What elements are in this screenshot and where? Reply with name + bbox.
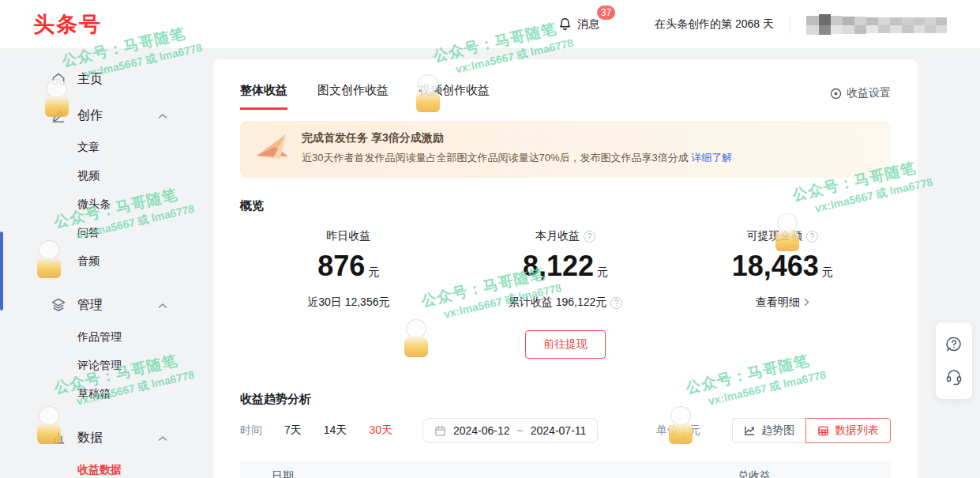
income-tabs: 整体收益 图文创作收益 视频创作收益 收益设置: [240, 83, 891, 110]
chevron-up-icon[interactable]: [158, 298, 167, 312]
line-chart-icon: [744, 425, 756, 437]
sidebar-works-label: 作品管理: [77, 330, 122, 344]
origami-icon: [254, 132, 291, 168]
tab-overall-income[interactable]: 整体收益: [240, 83, 287, 110]
sidebar-item-article[interactable]: 文章: [0, 134, 213, 162]
header-right: 消息 37 在头条创作的第 2068 天: [558, 13, 947, 36]
banner-description: 近30天作者首发作品阅读量占全部图文作品阅读量达70%后，发布图文作品享3倍分成…: [302, 151, 875, 165]
sidebar-video-label: 视频: [77, 169, 100, 183]
top-header: 头条号 消息 37 在头条创作的第 2068 天: [0, 0, 980, 49]
stat-withdrawable: 可提现金额 ? 18,463元 查看明细: [674, 229, 891, 310]
stat-month-unit: 元: [597, 265, 608, 278]
chevron-up-icon[interactable]: [158, 108, 167, 122]
sidebar-item-qa[interactable]: 问答: [0, 219, 213, 247]
sidebar-data-label: 数据: [77, 430, 103, 446]
data-list-label: 数据列表: [835, 423, 879, 438]
help-panel: [936, 322, 972, 399]
chevron-right-icon: [804, 296, 809, 309]
messages-label: 消息: [577, 17, 599, 32]
stat-withdrawable-label: 可提现金额: [747, 229, 802, 243]
income-settings-label: 收益设置: [847, 86, 891, 100]
sidebar-item-data[interactable]: 数据: [0, 420, 213, 456]
data-list-button[interactable]: 数据列表: [805, 418, 891, 443]
stat-yesterday-value: 876: [317, 250, 365, 282]
view-toggle: 趋势图 数据列表: [732, 418, 891, 443]
stat-month-value: 8,122: [523, 250, 594, 282]
customer-service-headset-icon[interactable]: [944, 367, 963, 386]
sidebar-item-audio[interactable]: 音频: [0, 247, 213, 276]
sidebar-qa-label: 问答: [77, 226, 100, 240]
overview-stats: 昨日收益 876元 近30日 12,356元 本月收益 ? 8,122元 累计收…: [240, 229, 891, 310]
help-circle-icon[interactable]: ?: [584, 231, 595, 243]
layers-icon: [51, 297, 66, 313]
bar-chart-icon: [51, 430, 66, 446]
stat-month-income: 本月收益 ? 8,122元 累计收益 196,122元 ?: [457, 229, 674, 310]
banner-desc-text: 近30天作者首发作品阅读量占全部图文作品阅读量达70%后，发布图文作品享3倍分成: [302, 152, 689, 164]
home-icon: [51, 71, 66, 87]
first-publish-banner: 完成首发任务 享3倍分成激励 近30天作者首发作品阅读量占全部图文作品阅读量达7…: [240, 121, 891, 178]
date-separator: ~: [517, 424, 524, 437]
pencil-icon: [51, 107, 66, 123]
income-settings-button[interactable]: 收益设置: [830, 86, 891, 110]
creation-days-text: 在头条创作的第 2068 天: [655, 17, 774, 32]
sidebar-item-weitoutiao[interactable]: 微头条: [0, 190, 213, 219]
range-30days[interactable]: 30天: [369, 423, 392, 438]
banner-title: 完成首发任务 享3倍分成激励: [302, 131, 875, 145]
view-detail-link[interactable]: 查看明细: [674, 295, 891, 310]
sidebar-article-label: 文章: [77, 141, 100, 155]
sidebar-comments-label: 评论管理: [77, 359, 122, 373]
range-14days[interactable]: 14天: [324, 423, 347, 438]
page-root: 头条号 消息 37 在头条创作的第 2068 天: [0, 0, 980, 478]
unit-label: 单位：元: [656, 423, 700, 438]
app-logo[interactable]: 头条号: [33, 10, 102, 39]
sidebar-income-data-label: 收益数据: [77, 463, 122, 477]
stat-withdrawable-value: 18,463: [732, 250, 819, 282]
messages-button[interactable]: 消息 37: [558, 17, 599, 32]
chevron-up-icon[interactable]: [158, 431, 167, 445]
date-end: 2024-07-11: [531, 424, 587, 437]
sidebar: 主页 创作 文章 视频 微头条 问答 音频 管理: [0, 50, 213, 478]
date-range-picker[interactable]: 2024-06-12 ~ 2024-07-11: [422, 418, 598, 443]
sidebar-item-drafts[interactable]: 草稿箱: [0, 380, 213, 408]
sidebar-home-label: 主页: [77, 71, 103, 88]
trend-chart-label: 趋势图: [761, 423, 794, 438]
sidebar-item-manage[interactable]: 管理: [0, 287, 213, 323]
sidebar-drafts-label: 草稿箱: [77, 387, 111, 401]
main-content-card: 整体收益 图文创作收益 视频创作收益 收益设置 完成首发任务 享3倍分成激励 近: [213, 59, 918, 478]
sidebar-item-works[interactable]: 作品管理: [0, 323, 213, 352]
sidebar-weitoutiao-label: 微头条: [77, 198, 111, 212]
banner-detail-link[interactable]: 详细了解: [691, 152, 732, 164]
help-circle-icon[interactable]: ?: [806, 231, 818, 243]
table-header-total: 总收益: [738, 469, 771, 478]
sidebar-item-video[interactable]: 视频: [0, 162, 213, 190]
tab-article-income[interactable]: 图文创作收益: [317, 83, 389, 110]
sidebar-item-create[interactable]: 创作: [0, 97, 213, 134]
date-start: 2024-06-12: [453, 424, 510, 437]
calendar-icon: [434, 425, 446, 437]
help-question-icon[interactable]: [944, 335, 963, 354]
stat-month-label: 本月收益: [535, 229, 580, 243]
table-icon: [817, 425, 829, 437]
help-circle-icon[interactable]: ?: [610, 297, 622, 309]
stat-yesterday-label: 昨日收益: [326, 229, 370, 243]
sidebar-item-comments[interactable]: 评论管理: [0, 352, 213, 380]
sidebar-item-home[interactable]: 主页: [0, 61, 213, 97]
stat-withdrawable-unit: 元: [822, 265, 833, 278]
withdraw-button[interactable]: 前往提现: [525, 330, 606, 359]
trend-filter-row: 时间 7天 14天 30天 2024-06-12 ~ 2024-07-11 单位…: [240, 418, 891, 443]
stat-cumulative-sub: 累计收益 196,122元: [509, 295, 607, 310]
overview-title: 概览: [240, 198, 891, 213]
trend-chart-button[interactable]: 趋势图: [732, 418, 806, 443]
tab-video-income[interactable]: 视频创作收益: [419, 83, 490, 110]
trend-table-header: 日期 总收益: [240, 461, 891, 478]
sidebar-create-label: 创作: [77, 107, 103, 124]
stat-yesterday-unit: 元: [368, 265, 379, 278]
user-info-blurred[interactable]: [806, 13, 947, 36]
notification-badge: 37: [597, 6, 615, 20]
range-7days[interactable]: 7天: [284, 423, 302, 438]
sidebar-item-income-data[interactable]: 收益数据: [0, 456, 213, 478]
settings-target-icon: [830, 88, 842, 100]
trend-section-title: 收益趋势分析: [240, 392, 891, 407]
bell-icon: [558, 17, 573, 32]
sidebar-manage-label: 管理: [77, 297, 103, 314]
